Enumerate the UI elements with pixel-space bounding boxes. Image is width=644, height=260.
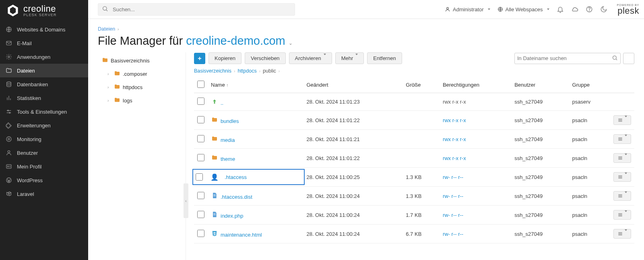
file-icon xyxy=(211,211,218,218)
col-modified[interactable]: Geändert xyxy=(303,77,402,93)
file-name[interactable]: media xyxy=(221,137,235,143)
file-name[interactable]: bundles xyxy=(221,118,239,124)
copy-button[interactable]: Kopieren xyxy=(208,52,242,64)
cell-perms[interactable]: rw- r-- r-- xyxy=(443,193,463,199)
row-menu-button[interactable] xyxy=(613,115,631,125)
row-checkbox[interactable] xyxy=(197,192,204,199)
table-row: index.php28. Okt. 2024 11:00:241.7 KBrw-… xyxy=(194,206,634,225)
path-segment[interactable]: httpdocs xyxy=(237,68,256,74)
moon-icon[interactable] xyxy=(600,6,607,13)
move-button[interactable]: Verschieben xyxy=(245,52,286,64)
row-menu-button[interactable] xyxy=(613,153,631,163)
tree-item[interactable]: ›logs xyxy=(103,94,186,107)
row-checkbox[interactable] xyxy=(197,135,204,142)
more-button[interactable]: Mehr xyxy=(335,52,364,64)
file-name[interactable]: .. xyxy=(221,100,223,106)
search-input[interactable] xyxy=(98,3,295,16)
path-segment[interactable]: Basisverzeichnis xyxy=(194,68,231,74)
sidebar-item-wordpress[interactable]: WordPress xyxy=(0,173,88,187)
admin-menu[interactable]: Administrator xyxy=(445,6,490,12)
svg-point-3 xyxy=(7,82,11,83)
breadcrumb-root[interactable]: Dateien xyxy=(98,26,115,32)
chevron-right-icon: › xyxy=(234,69,235,73)
cell-perms[interactable]: rwx r-x r-x xyxy=(443,155,466,161)
row-checkbox[interactable] xyxy=(197,116,204,123)
sliders-icon xyxy=(6,108,12,115)
brand-logo[interactable]: creoline PLESK SERVER xyxy=(0,0,88,21)
card-icon xyxy=(6,163,12,170)
cell-perms[interactable]: rw- r-- r-- xyxy=(443,212,463,218)
sidebar-item-tools-einstellungen[interactable]: Tools & Einstellungen xyxy=(0,105,88,119)
file-name[interactable]: index.php xyxy=(221,213,243,219)
plesk-logo[interactable]: POWERED BY plesk xyxy=(617,4,639,15)
sidebar-item-e-mail[interactable]: E-Mail xyxy=(0,36,88,50)
select-all-checkbox[interactable] xyxy=(197,81,204,88)
folder-tree: Basisverzeichnis ›.composer›httpdocs›log… xyxy=(98,52,186,260)
tree-root[interactable]: Basisverzeichnis xyxy=(98,54,186,67)
filename-search-input[interactable] xyxy=(517,55,612,61)
sidebar-item-benutzer[interactable]: Benutzer xyxy=(0,146,88,160)
row-checkbox[interactable] xyxy=(196,173,203,181)
collapse-tree-handle[interactable]: ‹ xyxy=(184,183,188,218)
cell-group: psacln xyxy=(569,149,610,168)
remove-button[interactable]: Entfernen xyxy=(367,52,402,64)
cloud-icon[interactable] xyxy=(571,6,578,13)
col-user[interactable]: Benutzer xyxy=(511,77,569,93)
search-icon xyxy=(102,6,108,13)
col-name[interactable]: Name ↑ xyxy=(208,77,303,93)
tree-item[interactable]: ›.composer xyxy=(103,67,186,81)
svg-point-24 xyxy=(589,10,589,11)
search-options-button[interactable] xyxy=(623,53,634,64)
path-breadcrumb: Basisverzeichnis›httpdocs›public› xyxy=(194,68,634,74)
sidebar-item-monitoring[interactable]: Monitoring xyxy=(0,132,88,146)
sidebar-item-datenbanken[interactable]: Datenbanken xyxy=(0,77,88,91)
add-button[interactable] xyxy=(194,53,205,64)
help-icon[interactable] xyxy=(586,6,593,13)
sidebar-item-erweiterungen[interactable]: Erweiterungen xyxy=(0,119,88,132)
sidebar-item-statistiken[interactable]: Statistiken xyxy=(0,91,88,105)
mail-icon xyxy=(6,40,12,46)
row-checkbox[interactable] xyxy=(197,154,204,161)
domain-dropdown[interactable]: creoline-demo.com ⌄ xyxy=(186,34,293,48)
row-checkbox[interactable] xyxy=(197,98,204,105)
bell-icon[interactable] xyxy=(557,6,564,13)
admin-label: Administrator xyxy=(453,6,484,12)
cell-perms[interactable]: rwx r-x r-x xyxy=(443,117,466,123)
col-group[interactable]: Gruppe xyxy=(569,77,610,93)
row-menu-button[interactable] xyxy=(613,210,631,220)
row-menu-button[interactable] xyxy=(613,134,631,144)
folder-icon xyxy=(114,97,120,104)
cell-perms[interactable]: rwx r-x r-x xyxy=(443,136,466,142)
row-checkbox[interactable] xyxy=(197,211,204,218)
file-name[interactable]: theme xyxy=(221,156,235,162)
sidebar-item-websites-domains[interactable]: Websites & Domains xyxy=(0,23,88,36)
path-segment: public xyxy=(263,68,276,74)
file-name[interactable]: maintenance.html xyxy=(221,232,262,238)
file-name[interactable]: .htaccess.dist xyxy=(221,194,252,200)
file-name[interactable]: .htaccess xyxy=(225,174,247,180)
row-menu-button[interactable] xyxy=(613,229,631,239)
col-size[interactable]: Größe xyxy=(402,77,440,93)
archive-button[interactable]: Archivieren xyxy=(289,52,332,64)
logo-icon xyxy=(6,3,20,18)
sidebar-item-laravel[interactable]: Laravel xyxy=(0,187,88,201)
breadcrumb: Dateien › xyxy=(98,26,634,32)
row-checkbox[interactable] xyxy=(197,230,204,237)
chevron-right-icon: › xyxy=(107,72,111,76)
sidebar-item-label: Benutzer xyxy=(17,150,38,156)
sidebar-item-mein-profil[interactable]: Mein Profil xyxy=(0,160,88,173)
cell-perms[interactable]: rw- r-- r-- xyxy=(443,174,463,180)
col-perms[interactable]: Berechtigungen xyxy=(440,77,511,93)
row-menu-button[interactable] xyxy=(613,172,631,182)
sidebar-item-dateien[interactable]: Dateien xyxy=(0,64,88,77)
sidebar-item-anwendungen[interactable]: Anwendungen xyxy=(0,50,88,64)
row-menu-button[interactable] xyxy=(613,191,631,201)
tree-item[interactable]: ›httpdocs xyxy=(103,81,186,94)
sidebar-item-label: Laravel xyxy=(17,191,34,197)
user-icon xyxy=(6,150,12,156)
gear-icon xyxy=(6,54,12,60)
table-row: theme28. Okt. 2024 11:01:22rwx r-x r-xss… xyxy=(194,149,634,168)
search-icon[interactable] xyxy=(612,55,618,62)
cell-perms[interactable]: rw- r-- r-- xyxy=(443,231,463,237)
webspace-menu[interactable]: Alle Webspaces xyxy=(497,6,549,12)
